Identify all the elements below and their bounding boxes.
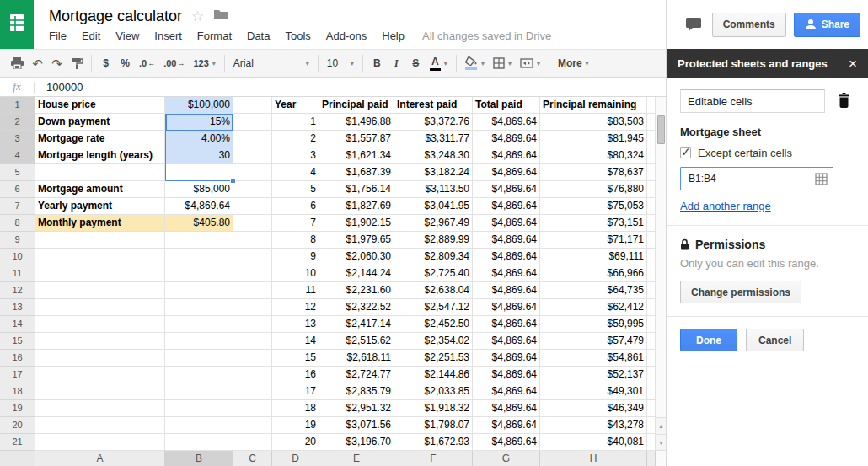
cell-C8[interactable] — [233, 215, 272, 232]
cell-B17[interactable] — [165, 367, 233, 383]
cell-G14[interactable]: $4,869.64 — [473, 316, 540, 333]
cell-partial[interactable] — [647, 282, 656, 299]
row-header-6[interactable]: 6 — [0, 181, 35, 198]
cell-C14[interactable] — [233, 316, 272, 333]
cell-H9[interactable]: $71,171 — [540, 232, 647, 249]
cell-B6[interactable]: $85,000 — [165, 181, 233, 198]
cell-C7[interactable] — [233, 198, 272, 215]
row-header-21[interactable]: 21 — [0, 434, 35, 451]
cell-E20[interactable]: $3,071.56 — [319, 417, 394, 434]
cell-E2[interactable]: $1,496.88 — [319, 114, 394, 131]
cell-partial[interactable] — [647, 215, 656, 232]
cell-C19[interactable] — [233, 400, 272, 417]
cell-partial[interactable] — [647, 198, 656, 215]
cell-A17[interactable] — [35, 367, 165, 383]
row-header-1[interactable]: 1 — [0, 97, 35, 114]
cell-A19[interactable] — [35, 400, 165, 417]
cell-D2[interactable]: 1 — [272, 114, 319, 131]
cell-C18[interactable] — [233, 383, 272, 400]
cell-F19[interactable]: $1,918.32 — [394, 400, 473, 417]
scroll-up-button[interactable]: ▲ — [656, 417, 666, 434]
bold-button[interactable]: B — [367, 53, 387, 73]
cell-D21[interactable]: 20 — [272, 434, 319, 451]
column-header-H[interactable]: H — [540, 451, 647, 466]
cell-G4[interactable]: $4,869.64 — [473, 147, 540, 164]
cell-E19[interactable]: $2,951.32 — [319, 400, 394, 417]
column-header-G[interactable]: G — [473, 451, 540, 466]
menu-data[interactable]: Data — [239, 28, 277, 44]
cell-A13[interactable] — [35, 299, 165, 316]
cell-B14[interactable] — [165, 316, 233, 333]
cell-partial[interactable] — [647, 147, 656, 164]
column-header-F[interactable]: F — [394, 451, 473, 466]
cell-E1[interactable]: Principal paid — [319, 97, 394, 114]
cell-D7[interactable]: 6 — [272, 198, 319, 215]
cell-F10[interactable]: $2,809.34 — [394, 249, 473, 265]
cell-F11[interactable]: $2,725.40 — [394, 265, 473, 282]
cell-A14[interactable] — [35, 316, 165, 333]
cell-C6[interactable] — [233, 181, 272, 198]
row-header-8[interactable]: 8 — [0, 215, 35, 232]
cell-partial[interactable] — [647, 131, 656, 147]
cell-B2[interactable]: 15% — [165, 114, 233, 131]
cell-H18[interactable]: $49,301 — [540, 383, 647, 400]
cell-H13[interactable]: $62,412 — [540, 299, 647, 316]
cell-F17[interactable]: $2,144.86 — [394, 367, 473, 383]
font-size-dropdown[interactable]: 10 — [323, 53, 358, 73]
cell-partial[interactable] — [647, 350, 656, 367]
cell-E21[interactable]: $3,196.70 — [319, 434, 394, 451]
cell-B21[interactable] — [165, 434, 233, 451]
cell-E15[interactable]: $2,515.62 — [319, 333, 394, 350]
cell-H1[interactable]: Principal remaining — [540, 97, 647, 114]
cell-F7[interactable]: $3,041.95 — [394, 198, 473, 215]
menu-insert[interactable]: Insert — [147, 28, 190, 44]
cell-A4[interactable]: Mortgage length (years) — [35, 147, 165, 164]
cell-D12[interactable]: 11 — [272, 282, 319, 299]
cell-C2[interactable] — [233, 114, 272, 131]
cell-C12[interactable] — [233, 282, 272, 299]
cell-D11[interactable]: 10 — [272, 265, 319, 282]
row-header-14[interactable]: 14 — [0, 316, 35, 333]
row-header-20[interactable]: 20 — [0, 417, 35, 434]
cell-B3[interactable]: 4.00% — [165, 131, 233, 147]
cell-partial[interactable] — [647, 316, 656, 333]
comment-bubble-button[interactable] — [683, 13, 705, 35]
menu-tools[interactable]: Tools — [277, 28, 318, 44]
row-header-13[interactable]: 13 — [0, 299, 35, 316]
vertical-scrollbar[interactable]: ▲ ▼ — [656, 97, 666, 466]
cell-D17[interactable]: 16 — [272, 367, 319, 383]
save-status[interactable]: All changes saved in Drive — [422, 29, 551, 42]
cell-G20[interactable]: $4,869.64 — [473, 417, 540, 434]
cell-G7[interactable]: $4,869.64 — [473, 198, 540, 215]
cell-E8[interactable]: $1,902.15 — [319, 215, 394, 232]
cell-H11[interactable]: $66,966 — [540, 265, 647, 282]
undo-button[interactable]: ↶ — [28, 53, 47, 73]
cell-A21[interactable] — [35, 434, 165, 451]
cell-B11[interactable] — [165, 265, 233, 282]
cell-C21[interactable] — [233, 434, 272, 451]
cell-G12[interactable]: $4,869.64 — [473, 282, 540, 299]
cell-C3[interactable] — [233, 131, 272, 147]
cell-G8[interactable]: $4,869.64 — [473, 215, 540, 232]
cell-partial[interactable] — [647, 97, 656, 114]
cell-F9[interactable]: $2,889.99 — [394, 232, 473, 249]
cell-H3[interactable]: $81,945 — [540, 131, 647, 147]
cell-H6[interactable]: $76,880 — [540, 181, 647, 198]
cell-F16[interactable]: $2,251.53 — [394, 350, 473, 367]
font-family-dropdown[interactable]: Arial — [229, 53, 313, 73]
cell-E6[interactable]: $1,756.14 — [319, 181, 394, 198]
menu-view[interactable]: View — [108, 28, 147, 44]
cell-A12[interactable] — [35, 282, 165, 299]
number-format-dropdown[interactable]: 123 — [189, 53, 219, 73]
cell-E12[interactable]: $2,231.60 — [319, 282, 394, 299]
cell-partial[interactable] — [647, 434, 656, 451]
cell-F4[interactable]: $3,248.30 — [394, 147, 473, 164]
select-range-grid-icon[interactable] — [815, 173, 828, 188]
row-header-5[interactable]: 5 — [0, 164, 35, 181]
column-header-C[interactable]: C — [233, 451, 272, 466]
cell-F1[interactable]: Interest paid — [394, 97, 473, 114]
print-button[interactable] — [7, 53, 28, 73]
cell-C4[interactable] — [233, 147, 272, 164]
row-header-16[interactable]: 16 — [0, 350, 35, 367]
cell-D4[interactable]: 3 — [272, 147, 319, 164]
